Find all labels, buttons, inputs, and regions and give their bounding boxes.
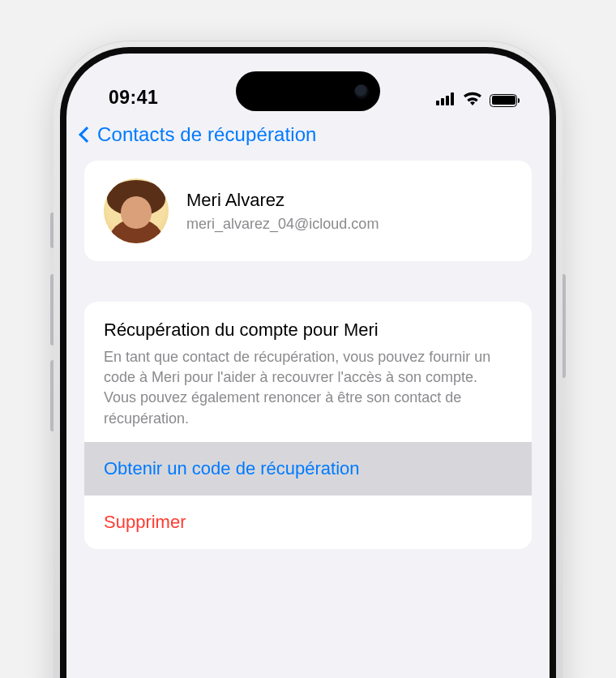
back-chevron-icon[interactable] [79, 127, 95, 143]
contact-card: Meri Alvarez meri_alvarez_04@icloud.com [84, 161, 532, 261]
section-description: En tant que contact de récupération, vou… [104, 347, 512, 429]
wifi-icon [463, 92, 482, 109]
get-recovery-code-button[interactable]: Obtenir un code de récupération [84, 442, 532, 496]
account-recovery-card: Récupération du compte pour Meri En tant… [84, 302, 532, 549]
svg-rect-3 [451, 92, 454, 105]
svg-rect-0 [436, 101, 439, 105]
screen: 09:41 [66, 54, 550, 678]
contact-email: meri_alvarez_04@icloud.com [186, 216, 379, 233]
status-time: 09:41 [109, 87, 158, 109]
section-title: Récupération du compte pour Meri [104, 320, 512, 341]
svg-rect-1 [441, 98, 444, 105]
battery-icon [490, 94, 517, 107]
phone-frame: 09:41 [53, 41, 563, 678]
avatar [104, 178, 169, 243]
delete-button[interactable]: Supprimer [84, 496, 532, 549]
cellular-icon [436, 92, 456, 109]
dynamic-island [236, 71, 380, 111]
back-button[interactable]: Contacts de récupération [97, 123, 317, 146]
svg-rect-2 [446, 96, 449, 105]
nav-bar: Contacts de récupération [66, 112, 550, 161]
contact-name: Meri Alvarez [186, 190, 379, 211]
